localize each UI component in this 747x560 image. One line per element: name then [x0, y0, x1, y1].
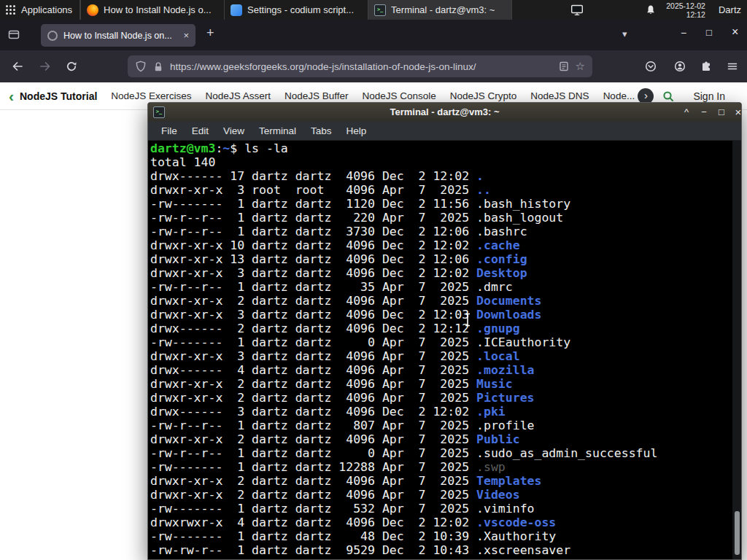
- list-all-tabs-icon[interactable]: ▾: [622, 28, 627, 39]
- terminal-line: drwxr-xr-x 3 dartz dartz 4096 Dec 2 12:0…: [150, 266, 732, 280]
- account-icon[interactable]: [674, 61, 686, 72]
- terminal-text-segment: -rw-r--r-- 1 dartz dartz 0 Apr 7 2025 .s…: [150, 446, 657, 460]
- terminal-text-segment: total 140: [150, 155, 215, 169]
- terminal-text-segment: .pki: [476, 405, 506, 419]
- lock-icon[interactable]: [152, 61, 164, 72]
- taskbar-button-codium[interactable]: Settings - codium script...: [224, 0, 368, 20]
- terminal-text-segment: drwxr-xr-x 2 dartz dartz 4096 Apr 7 2025: [150, 488, 476, 502]
- applications-grid-icon: [5, 4, 16, 15]
- top-panel: Applications How to Install Node.js o...…: [0, 0, 747, 20]
- site-nav-link[interactable]: NodeJS Buffer: [285, 90, 349, 101]
- tab-title: How to Install Node.js on...: [63, 31, 177, 41]
- forward-icon[interactable]: [39, 61, 51, 72]
- tracking-shield-icon[interactable]: [135, 61, 147, 72]
- pocket-icon[interactable]: [645, 61, 657, 72]
- terminal-menu-view[interactable]: View: [216, 125, 252, 136]
- menu-hamburger-icon[interactable]: [727, 61, 738, 72]
- taskbar-button-title: How to Install Node.js o...: [104, 4, 211, 15]
- extensions-puzzle-icon[interactable]: [700, 61, 712, 72]
- taskbar-button-terminal[interactable]: >_Terminal - dartz@vm3: ~: [368, 0, 511, 20]
- terminal-text-segment: .: [476, 169, 484, 183]
- applications-label: Applications: [21, 4, 72, 15]
- terminal-line: -rw-rw-r-- 1 dartz dartz 9529 Dec 2 10:4…: [150, 543, 732, 557]
- site-nav-link[interactable]: NodeJS Tutorial: [20, 90, 97, 102]
- terminal-text-segment: dartz@vm3: [150, 141, 215, 155]
- panel-clock[interactable]: 2025-12-02 12:12: [666, 1, 705, 19]
- terminal-line: -rw------- 1 dartz dartz 1120 Dec 2 11:5…: [150, 197, 732, 211]
- reader-view-icon[interactable]: [558, 61, 570, 72]
- site-nav-link[interactable]: NodeJS Assert: [206, 90, 271, 101]
- url-bar[interactable]: https://www.geeksforgeeks.org/node-js/in…: [128, 55, 592, 77]
- nav-scroll-left-icon[interactable]: ‹: [9, 88, 14, 105]
- display-tray-icon[interactable]: [570, 4, 584, 16]
- terminal-text-segment: drwxr-xr-x 2 dartz dartz 4096 Apr 7 2025: [150, 294, 476, 308]
- terminal-text-segment: -rw-r--r-- 1 dartz dartz 3730 Dec 2 12:0…: [150, 225, 527, 238]
- codium-icon: [231, 4, 242, 16]
- panel-username[interactable]: Dartz: [719, 4, 741, 15]
- tab-close-icon[interactable]: ×: [183, 30, 189, 41]
- terminal-text-segment: .local: [476, 349, 520, 363]
- terminal-menu-file[interactable]: File: [154, 125, 185, 136]
- browser-minimize-button[interactable]: −: [681, 27, 686, 39]
- terminal-text-segment: drwxr-xr-x 13 dartz dartz 4096 Dec 2 12:…: [150, 252, 476, 266]
- terminal-text-segment: -rw-r--r-- 1 dartz dartz 807 Apr 7 2025 …: [150, 419, 535, 432]
- terminal-menu-terminal[interactable]: Terminal: [252, 125, 303, 136]
- terminal-menu-edit[interactable]: Edit: [185, 125, 216, 136]
- terminal-maximize-button[interactable]: □: [715, 103, 728, 122]
- terminal-text-segment: Music: [476, 377, 513, 391]
- terminal-menubar: FileEditViewTerminalTabsHelp: [148, 122, 741, 141]
- terminal-menu-tabs[interactable]: Tabs: [303, 125, 339, 136]
- sign-in-button[interactable]: Sign In: [693, 90, 725, 102]
- terminal-line: drwxr-xr-x 2 dartz dartz 4096 Apr 7 2025…: [150, 391, 732, 405]
- terminal-text-segment: drwx------ 17 dartz dartz 4096 Dec 2 12:…: [150, 169, 476, 183]
- taskbar-button-firefox[interactable]: How to Install Node.js o...: [80, 0, 224, 20]
- terminal-line: drwxr-xr-x 2 dartz dartz 4096 Apr 7 2025…: [150, 377, 732, 391]
- terminal-scrollbar-thumb[interactable]: [735, 511, 740, 555]
- search-icon[interactable]: [662, 90, 674, 102]
- notification-bell-icon[interactable]: [646, 4, 656, 15]
- terminal-output[interactable]: dartz@vm3:~$ ls -latotal 140drwx------ 1…: [149, 141, 732, 559]
- terminal-minimize-button[interactable]: −: [697, 103, 711, 122]
- terminal-close-button[interactable]: ×: [732, 103, 745, 122]
- terminal-line: drwx------ 2 dartz dartz 4096 Dec 2 12:1…: [150, 322, 732, 335]
- terminal-text-segment: drwxr-xr-x 3 dartz dartz 4096 Apr 7 2025: [150, 349, 476, 363]
- browser-maximize-button[interactable]: □: [706, 27, 712, 38]
- taskbar-button-title: Settings - codium script...: [247, 4, 354, 15]
- site-nav-link[interactable]: NodeJS DNS: [530, 90, 589, 101]
- site-nav-link[interactable]: NodeJS Exercises: [111, 90, 191, 101]
- browser-tab[interactable]: How to Install Node.js on... ×: [41, 24, 196, 47]
- terminal-line: -rw-r--r-- 1 dartz dartz 35 Apr 7 2025 .…: [150, 280, 732, 294]
- site-nav-link[interactable]: NodeJS Crypto: [450, 90, 517, 101]
- reload-icon[interactable]: [66, 61, 77, 72]
- firefox-view-icon[interactable]: [7, 28, 20, 41]
- browser-toolbar: https://www.geeksforgeeks.org/node-js/in…: [0, 50, 747, 82]
- terminal-text-segment: drwxrwxr-x 4 dartz dartz 4096 Dec 2 12:0…: [150, 516, 476, 529]
- terminal-line: drwx------ 3 dartz dartz 4096 Dec 2 12:0…: [150, 405, 732, 419]
- terminal-line: -rw-r--r-- 1 dartz dartz 220 Apr 7 2025 …: [150, 211, 732, 225]
- terminal-text-segment: -rw------- 1 dartz dartz 12288 Apr 7 202…: [150, 460, 476, 474]
- bookmark-star-icon[interactable]: ☆: [576, 60, 585, 73]
- browser-close-button[interactable]: ×: [732, 26, 738, 39]
- terminal-titlebar[interactable]: >_ Terminal - dartz@vm3: ~ ^ − □ ×: [148, 103, 741, 122]
- terminal-line: drwxr-xr-x 2 dartz dartz 4096 Apr 7 2025…: [150, 474, 732, 488]
- terminal-text-segment: .swp: [476, 460, 506, 474]
- terminal-text-segment: .cache: [476, 238, 520, 252]
- terminal-line: drwxr-xr-x 2 dartz dartz 4096 Apr 7 2025…: [150, 488, 732, 502]
- terminal-text-segment: drwxr-xr-x 3 dartz dartz 4096 Dec 2 12:0…: [150, 266, 476, 280]
- new-tab-button[interactable]: +: [206, 26, 214, 41]
- terminal-line: -rw------- 1 dartz dartz 12288 Apr 7 202…: [150, 460, 732, 474]
- terminal-menu-help[interactable]: Help: [339, 125, 374, 136]
- site-nav-link[interactable]: NodeJS Console: [362, 90, 436, 101]
- terminal-line: drwxr-xr-x 10 dartz dartz 4096 Dec 2 12:…: [150, 238, 732, 252]
- terminal-line: drwxr-xr-x 3 dartz dartz 4096 Dec 2 12:0…: [150, 308, 732, 322]
- terminal-scrollbar[interactable]: [732, 141, 741, 559]
- terminal-text-segment: Public: [476, 432, 520, 446]
- terminal-text-segment: $ ls -la: [230, 141, 287, 155]
- terminal-shade-button[interactable]: ^: [680, 103, 693, 122]
- terminal-text-segment: drwxr-xr-x 2 dartz dartz 4096 Apr 7 2025: [150, 432, 476, 446]
- site-nav-link[interactable]: Node...: [603, 90, 635, 101]
- applications-menu-button[interactable]: Applications: [0, 0, 80, 20]
- back-icon[interactable]: [12, 61, 23, 72]
- site-nav-links: NodeJS TutorialNodeJS ExercisesNodeJS As…: [20, 90, 638, 102]
- clock-date: 2025-12-02: [666, 1, 705, 10]
